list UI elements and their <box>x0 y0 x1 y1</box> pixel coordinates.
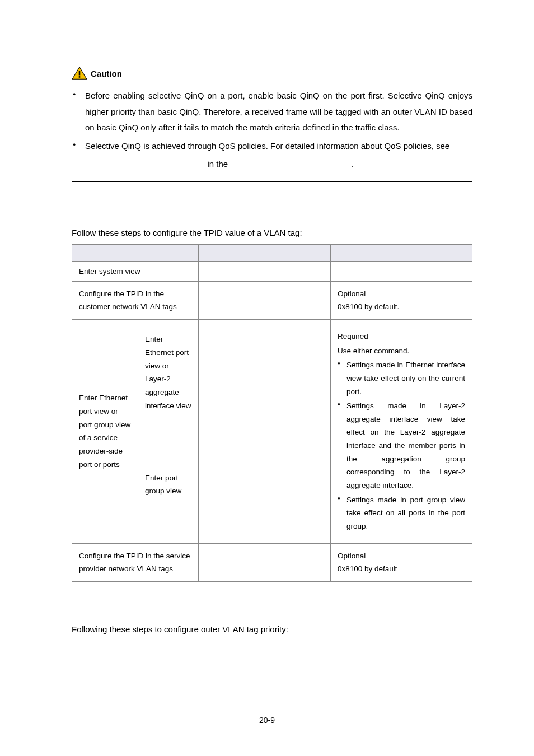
caution-bullet-list: Before enabling selective QinQ on a port… <box>72 88 472 154</box>
col-command <box>199 244 331 261</box>
trailing-dot: . <box>351 156 353 172</box>
remarks-line: Required <box>338 330 465 343</box>
caution-triangle-icon <box>72 67 87 80</box>
remarks-line: 0x8100 by default. <box>338 300 465 314</box>
remarks-bullets: Settings made in Ethernet interface view… <box>338 358 465 533</box>
svg-rect-1 <box>79 71 81 76</box>
caution-bullet-2: Selective QinQ is achieved through QoS p… <box>85 138 472 155</box>
remarks-bullet: Settings made in Ethernet interface view… <box>338 358 465 398</box>
cell-remarks: — <box>331 261 472 281</box>
caution-trailing-line: in the. <box>72 156 472 172</box>
remarks-bullet: Settings made in port group view take ef… <box>338 493 465 533</box>
cell-todo: Configure the TPID in the customer netwo… <box>72 281 199 319</box>
horizontal-rule <box>72 54 472 54</box>
table-row: Configure the TPID in the service provid… <box>72 543 472 581</box>
cell-remarks: Optional 0x8100 by default <box>331 543 472 581</box>
table-row: Configure the TPID in the customer netwo… <box>72 281 472 319</box>
tpid-config-table: Enter system view — Configure the TPID i… <box>72 244 472 582</box>
page-number: 20-9 <box>0 716 534 725</box>
remarks-bullet: Settings made in Layer-2 aggregate inter… <box>338 399 465 492</box>
priority-intro: Following these steps to configure outer… <box>72 624 472 634</box>
col-remarks <box>331 244 472 261</box>
cell-todo: Enter system view <box>72 261 199 281</box>
remarks-line: Optional <box>338 287 465 301</box>
remarks-line: Use either command. <box>338 344 465 358</box>
cell-command <box>199 543 331 581</box>
cell-command <box>199 426 331 543</box>
col-todo <box>72 244 199 261</box>
cell-command <box>199 319 331 426</box>
caution-heading: Caution <box>72 67 472 80</box>
horizontal-rule <box>72 181 472 182</box>
caution-label: Caution <box>91 69 122 78</box>
cell-command <box>199 261 331 281</box>
caution-bullet-1: Before enabling selective QinQ on a port… <box>85 88 472 136</box>
tpid-intro: Follow these steps to configure the TPID… <box>72 228 472 237</box>
remarks-line: 0x8100 by default <box>338 562 465 576</box>
cell-todo: Configure the TPID in the service provid… <box>72 543 199 581</box>
cell-todo-group: Enter Ethernet port view or port group v… <box>72 319 138 543</box>
remarks-line: Optional <box>338 549 465 563</box>
cell-remarks: Optional 0x8100 by default. <box>331 281 472 319</box>
cell-sub-todo: Enter port group view <box>138 426 199 543</box>
table-row: Enter system view — <box>72 261 472 281</box>
table-header-row <box>72 244 472 261</box>
svg-rect-2 <box>79 76 81 78</box>
trailing-in-the: in the <box>191 156 351 172</box>
table-row: Enter Ethernet port view or port group v… <box>72 319 472 426</box>
cell-sub-todo: Enter Ethernet port view or Layer-2 aggr… <box>138 319 199 426</box>
cell-remarks: Required Use either command. Settings ma… <box>331 319 472 543</box>
cell-command <box>199 281 331 319</box>
